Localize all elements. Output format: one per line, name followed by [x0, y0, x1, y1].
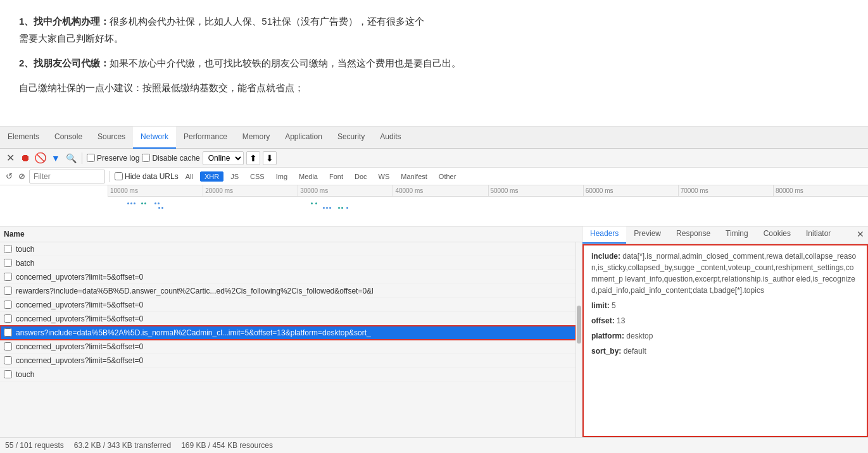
tab-timing[interactable]: Timing: [718, 226, 756, 244]
scroll-thumb: [577, 306, 581, 344]
page-content: 1、找中介机构办理：很多机构会代办社保，比如人人保、51社保（没有广告费），还有…: [0, 0, 868, 127]
tab-preview[interactable]: Preview: [626, 226, 669, 244]
row-checkbox-2[interactable]: [4, 273, 12, 281]
table-row[interactable]: concerned_upvoters?limit=5&offset=0: [0, 270, 576, 284]
scrollbar[interactable]: [576, 242, 582, 437]
scale-mark-5: 50000 ms: [488, 185, 583, 196]
devtools-tab-bar: Elements Console Sources Network Perform…: [0, 127, 868, 149]
filter-input[interactable]: [29, 170, 105, 183]
preserve-log-checkbox[interactable]: [87, 154, 95, 162]
header-field-offset: offset: 13: [591, 315, 859, 326]
filter-ws-button[interactable]: WS: [374, 171, 394, 182]
row-checkbox-9[interactable]: [4, 370, 12, 378]
row-checkbox-0[interactable]: [4, 245, 12, 253]
network-toolbar: ✕ ⏺ 🚫 ▼ 🔍 Preserve log Disable cache Onl…: [0, 149, 868, 168]
tab-performance[interactable]: Performance: [176, 127, 235, 149]
scale-mark-7: 70000 ms: [678, 185, 773, 196]
status-bar: 55 / 101 requests 63.2 KB / 343 KB trans…: [0, 437, 868, 453]
timeline-dots: [108, 199, 868, 226]
tab-sources[interactable]: Sources: [90, 127, 133, 149]
search-button[interactable]: 🔍: [65, 152, 77, 164]
export-har-button[interactable]: ⬇: [263, 151, 277, 165]
filter-all-button[interactable]: All: [181, 171, 198, 182]
table-row[interactable]: batch: [0, 256, 576, 270]
headers-tabs: Headers Preview Response Timing Cookies …: [582, 226, 868, 244]
filter-xhr-button[interactable]: XHR: [200, 171, 223, 182]
throttling-select[interactable]: Online: [203, 151, 244, 165]
divider-2: [110, 171, 110, 182]
tab-headers[interactable]: Headers: [582, 226, 626, 244]
table-row[interactable]: concerned_upvoters?limit=5&offset=0: [0, 340, 576, 354]
tab-memory[interactable]: Memory: [235, 127, 277, 149]
row-checkbox-7[interactable]: [4, 342, 12, 351]
filter-toggle-button[interactable]: ▼: [49, 152, 62, 164]
tab-elements[interactable]: Elements: [0, 127, 47, 149]
scale-mark-1: 10000 ms: [108, 185, 203, 196]
requests-count: 55 / 101 requests: [5, 441, 64, 450]
close-headers-panel-button[interactable]: ✕: [857, 229, 864, 239]
filter-manifest-button[interactable]: Manifest: [396, 171, 432, 182]
table-row[interactable]: concerned_upvoters?limit=5&offset=0: [0, 298, 576, 312]
preserve-log-label[interactable]: Preserve log: [87, 154, 139, 163]
tab-response[interactable]: Response: [669, 226, 718, 244]
tab-console[interactable]: Console: [47, 127, 90, 149]
timeline-scale: 10000 ms 20000 ms 30000 ms 40000 ms 5000…: [108, 185, 868, 197]
filter-font-button[interactable]: Font: [325, 171, 348, 182]
header-field-limit: limit: 5: [591, 300, 859, 311]
resources-size: 169 KB / 454 KB resources: [181, 441, 273, 450]
table-row-selected[interactable]: answers?include=data%5B%2A%5D.is_normal%…: [0, 326, 576, 340]
filter-doc-button[interactable]: Doc: [350, 171, 372, 182]
headers-content: include: data[*].is_normal,admin_closed_…: [582, 244, 868, 437]
disable-cache-checkbox[interactable]: [142, 154, 150, 162]
hide-data-urls-label[interactable]: Hide data URLs: [115, 172, 179, 181]
requests-panel: Name touch batch concerned_upvoters?limi…: [0, 226, 582, 437]
table-row[interactable]: concerned_upvoters?limit=5&offset=0: [0, 354, 576, 368]
filter-other-button[interactable]: Other: [434, 171, 461, 182]
record-button[interactable]: ⏺: [19, 152, 32, 164]
scale-mark-2: 20000 ms: [203, 185, 298, 196]
row-checkbox-1[interactable]: [4, 259, 12, 267]
row-checkbox-3[interactable]: [4, 287, 12, 295]
scale-mark-3: 30000 ms: [298, 185, 393, 196]
row-checkbox-6[interactable]: [4, 328, 12, 337]
scale-mark-8: 80000 ms: [773, 185, 868, 196]
header-field-platform: platform: desktop: [591, 330, 859, 342]
requests-header: Name: [0, 226, 582, 242]
content-split: Name touch batch concerned_upvoters?limi…: [0, 226, 868, 437]
hide-data-urls-checkbox[interactable]: [115, 172, 123, 180]
filter-css-button[interactable]: CSS: [246, 171, 269, 182]
divider-1: [82, 152, 82, 164]
tab-network[interactable]: Network: [133, 127, 176, 149]
table-row[interactable]: touch: [0, 242, 576, 256]
row-checkbox-4[interactable]: [4, 301, 12, 309]
tab-cookies[interactable]: Cookies: [756, 226, 798, 244]
headers-panel: ✕ Headers Preview Response Timing Cookie…: [582, 226, 868, 437]
row-checkbox-5[interactable]: [4, 314, 12, 323]
devtools-panel: Elements Console Sources Network Perform…: [0, 127, 868, 453]
table-row[interactable]: concerned_upvoters?limit=5&offset=0: [0, 312, 576, 326]
disable-cache-label[interactable]: Disable cache: [142, 154, 199, 163]
filter-bar: ↺ ⊘ Hide data URLs All XHR JS CSS Img Me…: [0, 168, 868, 185]
filter-img-button[interactable]: Img: [272, 171, 292, 182]
table-row[interactable]: touch: [0, 368, 576, 382]
tab-initiator[interactable]: Initiator: [798, 226, 838, 244]
clear-button[interactable]: 🚫: [34, 152, 47, 164]
import-har-button[interactable]: ⬆: [246, 151, 260, 165]
requests-list[interactable]: touch batch concerned_upvoters?limit=5&o…: [0, 242, 576, 437]
header-field-sort-by: sort_by: default: [591, 345, 859, 357]
header-field-include: include: data[*].is_normal,admin_closed_…: [591, 251, 859, 296]
close-devtools-button[interactable]: ✕: [4, 152, 16, 164]
transfer-size: 63.2 KB / 343 KB transferred: [74, 441, 171, 450]
scale-mark-4: 40000 ms: [393, 185, 487, 196]
table-row[interactable]: rewarders?include=data%5B%5D.answer_coun…: [0, 284, 576, 298]
tab-audits[interactable]: Audits: [372, 127, 408, 149]
refresh-button[interactable]: ↺: [4, 171, 14, 182]
tab-security[interactable]: Security: [330, 127, 372, 149]
filter-js-button[interactable]: JS: [226, 171, 243, 182]
stop-button[interactable]: ⊘: [16, 171, 27, 182]
scale-mark-6: 60000 ms: [583, 185, 678, 196]
row-checkbox-8[interactable]: [4, 356, 12, 364]
tab-application[interactable]: Application: [277, 127, 330, 149]
timeline-area: 10000 ms 20000 ms 30000 ms 40000 ms 5000…: [0, 185, 868, 226]
filter-media-button[interactable]: Media: [294, 171, 322, 182]
